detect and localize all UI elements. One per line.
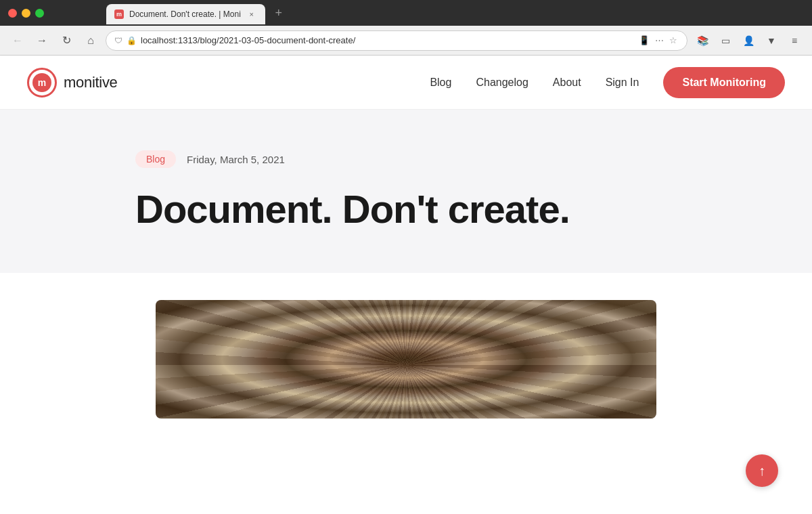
- post-featured-image: [156, 300, 656, 419]
- account-icon[interactable]: 👤: [739, 31, 758, 50]
- menu-icon[interactable]: ≡: [785, 31, 804, 50]
- spiral-background: [156, 300, 656, 419]
- bookmarks-icon[interactable]: 📚: [693, 31, 712, 50]
- browser-toolbar: ← → ↻ ⌂ 🛡 🔒 localhost:1313/blog/2021-03-…: [0, 26, 812, 56]
- tab-close-button[interactable]: ×: [246, 9, 257, 20]
- logo-icon: m: [27, 68, 57, 98]
- url-bookmark-icon[interactable]: ☆: [668, 34, 679, 47]
- new-tab-button[interactable]: +: [269, 3, 288, 22]
- traffic-light-minimize[interactable]: [22, 9, 30, 18]
- forward-button[interactable]: →: [32, 31, 51, 50]
- website-content: m monitive Blog Changelog About Sign In …: [0, 56, 812, 419]
- traffic-light-close[interactable]: [8, 9, 17, 18]
- url-bar[interactable]: 🛡 🔒 localhost:1313/blog/2021-03-05-docum…: [106, 30, 687, 51]
- post-category-badge[interactable]: Blog: [135, 150, 176, 168]
- reader-view-icon[interactable]: ▭: [716, 31, 735, 50]
- url-lock-icon: 🔒: [127, 36, 137, 45]
- tab-bar: m Document. Don't create. | Moni × +: [52, 1, 342, 24]
- site-nav: m monitive Blog Changelog About Sign In …: [0, 56, 812, 110]
- active-tab[interactable]: m Document. Don't create. | Moni ×: [106, 4, 265, 24]
- traffic-lights: [8, 9, 44, 18]
- traffic-light-fullscreen[interactable]: [35, 9, 44, 18]
- titlebar: m Document. Don't create. | Moni × +: [0, 0, 812, 26]
- scroll-to-top-button[interactable]: ↑: [746, 454, 778, 487]
- browser-chrome: m Document. Don't create. | Moni × + ← →…: [0, 0, 812, 56]
- nav-about[interactable]: About: [553, 77, 581, 89]
- url-actions: 📱 ⋯ ☆: [637, 34, 679, 47]
- nav-links: Blog Changelog About Sign In: [430, 77, 639, 89]
- nav-blog[interactable]: Blog: [430, 77, 451, 89]
- nav-signin[interactable]: Sign In: [606, 77, 639, 89]
- url-shield-icon: 🛡: [114, 36, 122, 45]
- post-image-section: [0, 273, 812, 419]
- start-monitoring-button[interactable]: Start Monitoring: [663, 67, 785, 98]
- post-date: Friday, March 5, 2021: [187, 154, 285, 165]
- toolbar-right: 📚 ▭ 👤 ▼ ≡: [693, 31, 804, 50]
- post-meta: Blog Friday, March 5, 2021: [135, 150, 677, 168]
- post-title: Document. Don't create.: [135, 187, 677, 232]
- tab-favicon: m: [114, 9, 124, 19]
- back-button[interactable]: ←: [8, 31, 27, 50]
- url-text: localhost:1313/blog/2021-03-05-document-…: [141, 35, 633, 45]
- site-logo[interactable]: m monitive: [27, 68, 118, 98]
- refresh-button[interactable]: ↻: [57, 31, 76, 50]
- logo-name: monitive: [64, 74, 118, 91]
- url-more-icon[interactable]: ⋯: [654, 34, 665, 47]
- nav-changelog[interactable]: Changelog: [476, 77, 528, 89]
- spiral-overlay: [156, 300, 656, 419]
- home-button[interactable]: ⌂: [81, 31, 100, 50]
- tab-title: Document. Don't create. | Moni: [129, 9, 241, 19]
- url-mobile-icon[interactable]: 📱: [637, 34, 651, 47]
- sync-icon[interactable]: ▼: [762, 31, 781, 50]
- post-header: Blog Friday, March 5, 2021 Document. Don…: [0, 110, 812, 273]
